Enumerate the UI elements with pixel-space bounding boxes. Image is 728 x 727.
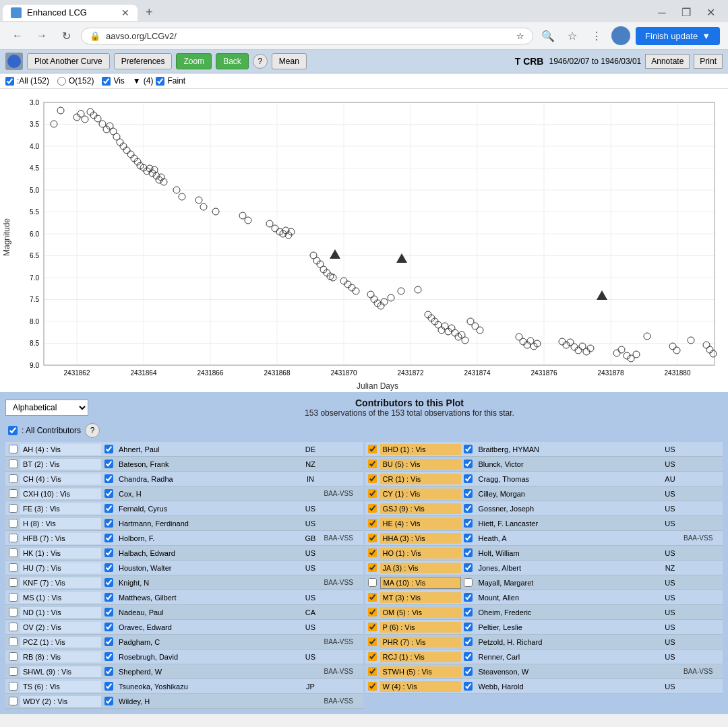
faint-filter-label[interactable]: ▼ (4) Faint — [133, 76, 185, 86]
contrib-orange-check[interactable] — [9, 474, 18, 483]
contrib-orange-check[interactable] — [368, 504, 377, 513]
contrib-blue-check[interactable] — [104, 682, 113, 691]
profile-avatar[interactable] — [611, 26, 630, 45]
contrib-blue-check[interactable] — [104, 504, 113, 513]
contrib-blue-check[interactable] — [464, 608, 473, 617]
contrib-orange-check[interactable] — [368, 667, 377, 676]
contrib-orange-check[interactable] — [368, 460, 377, 468]
contrib-blue-check[interactable] — [104, 697, 113, 705]
preferences-button[interactable]: Preferences — [114, 53, 173, 69]
contrib-orange-check[interactable] — [368, 623, 377, 631]
contrib-orange-check[interactable] — [9, 563, 18, 572]
contributors-help-button[interactable]: ? — [85, 423, 100, 438]
contrib-orange-check[interactable] — [9, 593, 18, 602]
contrib-orange-check[interactable] — [368, 578, 377, 587]
forward-button[interactable]: → — [32, 26, 51, 45]
menu-button[interactable]: ⋮ — [587, 26, 606, 45]
contrib-orange-check[interactable] — [368, 548, 377, 557]
contrib-blue-check[interactable] — [104, 667, 113, 676]
back-curve-button[interactable]: Back — [216, 53, 249, 69]
contrib-blue-check[interactable] — [464, 489, 473, 498]
contrib-orange-check[interactable] — [9, 548, 18, 557]
contrib-blue-check[interactable] — [464, 534, 473, 542]
contrib-blue-check[interactable] — [464, 578, 473, 587]
contrib-blue-check[interactable] — [104, 534, 113, 542]
refresh-button[interactable]: ↻ — [57, 26, 75, 45]
contrib-orange-check[interactable] — [368, 534, 377, 542]
contrib-orange-check[interactable] — [9, 682, 18, 691]
contrib-blue-check[interactable] — [464, 652, 473, 661]
contrib-blue-check[interactable] — [464, 460, 473, 468]
contrib-blue-check[interactable] — [464, 593, 473, 602]
new-tab-button[interactable]: + — [140, 3, 158, 22]
contrib-blue-check[interactable] — [464, 474, 473, 483]
contrib-orange-check[interactable] — [9, 608, 18, 617]
contrib-blue-check[interactable] — [104, 460, 113, 468]
contrib-blue-check[interactable] — [464, 637, 473, 646]
contrib-blue-check[interactable] — [104, 593, 113, 602]
bookmark-button[interactable]: ☆ — [563, 26, 582, 45]
contrib-blue-check[interactable] — [104, 623, 113, 631]
contrib-orange-check[interactable] — [9, 578, 18, 587]
mean-button[interactable]: Mean — [272, 53, 307, 69]
contrib-blue-check[interactable] — [104, 445, 113, 453]
contrib-orange-check[interactable] — [368, 682, 377, 691]
back-button[interactable]: ← — [8, 26, 27, 45]
contrib-orange-check[interactable] — [9, 667, 18, 676]
sort-select[interactable]: Alphabetical By Observations By Country — [5, 400, 88, 416]
o-filter-radio[interactable] — [57, 77, 66, 86]
contrib-blue-check[interactable] — [464, 623, 473, 631]
contrib-orange-check[interactable] — [368, 652, 377, 661]
contrib-orange-check[interactable] — [9, 504, 18, 513]
contrib-orange-check[interactable] — [9, 652, 18, 661]
vis-filter-checkbox[interactable] — [102, 77, 111, 86]
contrib-orange-check[interactable] — [368, 519, 377, 528]
contrib-orange-check[interactable] — [9, 519, 18, 528]
all-filter-label[interactable]: :All (152) — [5, 76, 49, 86]
contrib-orange-check[interactable] — [368, 637, 377, 646]
contrib-blue-check[interactable] — [104, 563, 113, 572]
star-bookmark-icon[interactable]: ☆ — [516, 31, 524, 41]
print-button[interactable]: Print — [694, 54, 723, 69]
contrib-orange-check[interactable] — [9, 623, 18, 631]
tab-close-button[interactable]: ✕ — [121, 7, 129, 18]
contrib-orange-check[interactable] — [9, 445, 18, 453]
contrib-orange-check[interactable] — [9, 697, 18, 705]
contrib-orange-check[interactable] — [368, 563, 377, 572]
contrib-orange-check[interactable] — [368, 489, 377, 498]
plot-another-curve-button[interactable]: Plot Another Curve — [27, 53, 110, 69]
contrib-orange-check[interactable] — [368, 445, 377, 453]
contrib-blue-check[interactable] — [464, 519, 473, 528]
contrib-orange-check[interactable] — [9, 637, 18, 646]
active-tab[interactable]: Enhanced LCG ✕ — [3, 5, 138, 21]
contrib-orange-check[interactable] — [368, 608, 377, 617]
contrib-blue-check[interactable] — [104, 608, 113, 617]
contrib-blue-check[interactable] — [464, 667, 473, 676]
maximize-button[interactable]: ❐ — [677, 3, 696, 22]
contrib-blue-check[interactable] — [104, 578, 113, 587]
all-contributors-checkbox[interactable] — [8, 426, 18, 435]
finish-update-button[interactable]: Finish update ▼ — [636, 27, 720, 45]
close-window-button[interactable]: ✕ — [701, 3, 720, 22]
contrib-blue-check[interactable] — [104, 637, 113, 646]
contrib-orange-check[interactable] — [9, 489, 18, 498]
minimize-button[interactable]: ─ — [653, 3, 671, 22]
contrib-blue-check[interactable] — [464, 504, 473, 513]
extensions-button[interactable]: 🔍 — [539, 26, 557, 45]
all-filter-checkbox[interactable] — [5, 77, 14, 86]
contrib-blue-check[interactable] — [104, 548, 113, 557]
vis-filter-label[interactable]: Vis — [102, 76, 124, 86]
contrib-orange-check[interactable] — [368, 593, 377, 602]
help-button[interactable]: ? — [253, 54, 268, 69]
contrib-blue-check[interactable] — [104, 474, 113, 483]
address-bar[interactable]: 🔒 aavso.org/LCGv2/ ☆ — [81, 28, 533, 44]
faint-filter-checkbox[interactable] — [156, 77, 164, 86]
o-filter-label[interactable]: O(152) — [57, 76, 94, 86]
contrib-blue-check[interactable] — [104, 519, 113, 528]
contrib-blue-check[interactable] — [104, 652, 113, 661]
contrib-orange-check[interactable] — [368, 474, 377, 483]
light-curve-chart[interactable]: Magnitude 3.0 3.5 4.0 4.5 5.0 5.5 6.0 6.… — [0, 89, 728, 392]
contrib-orange-check[interactable] — [9, 534, 18, 542]
contrib-orange-check[interactable] — [9, 460, 18, 468]
contrib-blue-check[interactable] — [104, 489, 113, 498]
